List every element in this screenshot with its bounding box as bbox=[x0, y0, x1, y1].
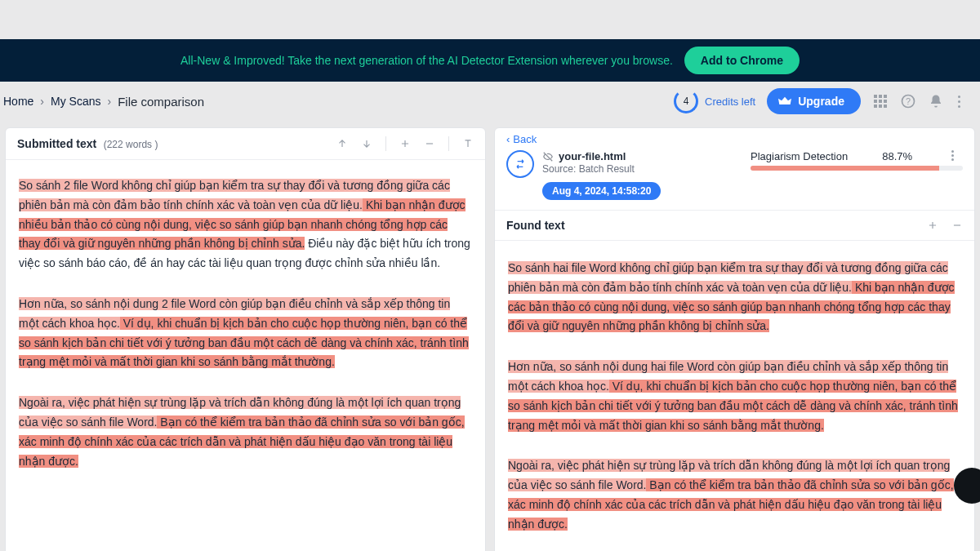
detection-progress-bar bbox=[751, 166, 963, 171]
upgrade-button[interactable]: Upgrade bbox=[767, 88, 861, 114]
detection-label: Plagiarism Detection bbox=[751, 150, 848, 162]
crown-icon bbox=[778, 96, 791, 106]
plus-icon[interactable] bbox=[399, 138, 411, 149]
breadcrumb-my-scans[interactable]: My Scans bbox=[51, 95, 100, 108]
minus-icon[interactable] bbox=[951, 220, 963, 231]
submitted-text-title: Submitted text bbox=[17, 137, 96, 150]
word-count: (222 words ) bbox=[104, 139, 158, 150]
found-text-title: Found text bbox=[506, 219, 565, 232]
chevron-right-icon: › bbox=[40, 95, 44, 108]
credits-gauge-icon: 4 bbox=[674, 89, 698, 113]
found-text-header-top: ‹ Back your-file.html Source: Batch Resu… bbox=[495, 128, 974, 207]
main-content: Submitted text (222 words ) So sánh 2 fi… bbox=[0, 121, 980, 551]
back-link[interactable]: ‹ Back bbox=[506, 133, 963, 145]
file-source: Source: Batch Result bbox=[542, 163, 661, 175]
swap-icon[interactable] bbox=[506, 150, 534, 178]
found-text-tools bbox=[927, 220, 963, 231]
chevron-right-icon: › bbox=[108, 95, 112, 108]
submitted-text-tools bbox=[336, 136, 474, 151]
minus-icon[interactable] bbox=[424, 138, 435, 149]
found-text-body: So sánh hai file Word không chỉ giúp bạn… bbox=[495, 241, 974, 551]
submitted-text-header: Submitted text (222 words ) bbox=[6, 128, 485, 160]
header-actions: 4 Credits left Upgrade ? bbox=[674, 88, 972, 114]
plus-icon[interactable] bbox=[927, 220, 938, 231]
text-format-icon[interactable] bbox=[462, 138, 474, 149]
browser-chrome-area bbox=[0, 0, 980, 39]
more-dots-icon[interactable] bbox=[951, 150, 963, 162]
credits-indicator[interactable]: 4 Credits left bbox=[674, 89, 755, 113]
submitted-text-body: So sánh 2 file Word không chỉ giúp bạn k… bbox=[6, 160, 485, 509]
promo-banner-text: All-New & Improved! Take the next genera… bbox=[180, 54, 673, 67]
add-to-chrome-button[interactable]: Add to Chrome bbox=[684, 47, 800, 74]
submitted-text-panel: Submitted text (222 words ) So sánh 2 fi… bbox=[5, 127, 486, 551]
found-text-panel: ‹ Back your-file.html Source: Batch Resu… bbox=[494, 127, 975, 551]
arrow-down-icon[interactable] bbox=[361, 138, 372, 149]
arrow-up-icon[interactable] bbox=[336, 138, 348, 149]
chevron-left-icon: ‹ bbox=[506, 133, 510, 145]
separator bbox=[448, 136, 449, 151]
plagiarism-detection: Plagiarism Detection 88.7% bbox=[751, 150, 963, 171]
file-name: your-file.html bbox=[559, 150, 626, 162]
submitted-paragraph: Ngoài ra, việc phát hiện sự trùng lặp và… bbox=[19, 393, 472, 471]
submitted-text-title-wrap: Submitted text (222 words ) bbox=[17, 136, 158, 151]
back-label: Back bbox=[513, 133, 537, 145]
found-paragraph: Ngoài ra, việc phát hiện sự trùng lặp và… bbox=[508, 456, 961, 534]
scan-date-badge: Aug 4, 2024, 14:58:20 bbox=[542, 182, 661, 200]
breadcrumb-home[interactable]: Home bbox=[3, 95, 33, 108]
svg-text:?: ? bbox=[906, 96, 911, 106]
apps-grid-icon[interactable] bbox=[872, 93, 889, 109]
breadcrumb-current: File comparison bbox=[118, 95, 204, 109]
detection-value: 88.7% bbox=[882, 150, 912, 162]
upgrade-button-label: Upgrade bbox=[798, 95, 844, 108]
menu-dots-icon[interactable] bbox=[956, 93, 972, 109]
breadcrumb: Home › My Scans › File comparison bbox=[3, 95, 204, 109]
bell-icon[interactable] bbox=[928, 93, 944, 109]
submitted-paragraph: Hơn nữa, so sánh nội dung 2 file Word cò… bbox=[19, 295, 472, 372]
submitted-paragraph: So sánh 2 file Word không chỉ giúp bạn k… bbox=[19, 176, 472, 273]
found-paragraph: Hơn nữa, so sánh nội dung hai file Word … bbox=[508, 358, 961, 435]
found-paragraph: So sánh hai file Word không chỉ giúp bạn… bbox=[508, 259, 961, 336]
found-text-header: Found text bbox=[495, 210, 974, 241]
eye-off-icon bbox=[542, 151, 554, 162]
promo-banner: All-New & Improved! Take the next genera… bbox=[0, 39, 980, 82]
header-bar: Home › My Scans › File comparison 4 Cred… bbox=[0, 82, 980, 121]
help-icon[interactable]: ? bbox=[900, 93, 916, 109]
credits-label: Credits left bbox=[705, 96, 755, 108]
separator bbox=[385, 136, 386, 151]
detection-progress-fill bbox=[751, 166, 939, 171]
credits-count: 4 bbox=[684, 96, 689, 107]
file-info-row: your-file.html Source: Batch Result Aug … bbox=[506, 150, 963, 200]
file-meta: your-file.html Source: Batch Result Aug … bbox=[542, 150, 661, 200]
